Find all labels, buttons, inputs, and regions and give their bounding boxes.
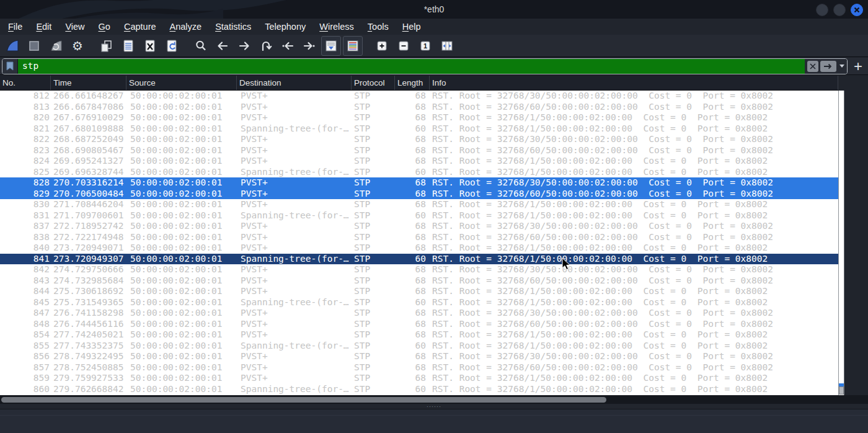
- menu-item-view[interactable]: View: [58, 19, 91, 35]
- column-header-destination[interactable]: Destination: [237, 76, 352, 90]
- column-header-time[interactable]: Time: [51, 76, 126, 90]
- table-row[interactable]: 855277.74335237550:00:00:02:00:01Spannin…: [0, 341, 838, 352]
- menu-item-go[interactable]: Go: [92, 19, 117, 35]
- table-row[interactable]: 847276.74115829850:00:00:02:00:01PVST+ST…: [0, 308, 838, 319]
- table-row[interactable]: 824269.69524132750:00:00:02:00:01PVST+ST…: [0, 156, 838, 167]
- zoom-100-button[interactable]: 1: [415, 36, 435, 56]
- horizontal-scrollbar[interactable]: [0, 395, 868, 404]
- auto-scroll-button[interactable]: [321, 36, 341, 56]
- save-file-button[interactable]: [118, 36, 138, 56]
- table-row[interactable]: 813266.66784708650:00:00:02:00:01PVST+ST…: [0, 102, 838, 113]
- table-row[interactable]: 848276.74445611650:00:00:02:00:01PVST+ST…: [0, 319, 838, 330]
- reload-file-button[interactable]: [162, 36, 182, 56]
- maximize-button[interactable]: [833, 4, 846, 16]
- resize-columns-button[interactable]: [437, 36, 457, 56]
- menu-item-wireless[interactable]: Wireless: [312, 19, 361, 35]
- clear-filter-icon: [810, 63, 816, 69]
- table-row[interactable]: 845275.73154936550:00:00:02:00:01Spannin…: [0, 297, 838, 308]
- table-row[interactable]: 842274.72975066650:00:00:02:00:01PVST+ST…: [0, 264, 838, 275]
- menu-item-edit[interactable]: Edit: [29, 19, 58, 35]
- capture-options-icon: ⚙: [72, 38, 83, 53]
- column-header-info[interactable]: Info: [430, 76, 838, 90]
- cell-time: 274.732985684: [51, 275, 126, 287]
- stop-capture-button[interactable]: [24, 36, 44, 56]
- table-row[interactable]: 828270.70331621450:00:00:02:00:01PVST+ST…: [0, 177, 838, 189]
- filter-bookmark-button[interactable]: [2, 59, 18, 74]
- vertical-scrollbar-thumb[interactable]: [839, 386, 844, 395]
- cell-info: RST. Root = 32768/60/50:00:00:02:00:00 C…: [430, 319, 838, 330]
- cell-time: 272.718952742: [51, 221, 126, 232]
- close-file-button[interactable]: [140, 36, 160, 56]
- restart-capture-button[interactable]: [46, 36, 66, 56]
- dropdown-caret-icon[interactable]: [839, 65, 844, 68]
- clear-filter-button[interactable]: [807, 61, 818, 72]
- table-row[interactable]: 812266.66164826750:00:00:02:00:01PVST+ST…: [0, 91, 838, 102]
- go-back-button[interactable]: [213, 36, 232, 56]
- cell-time: 266.661648267: [51, 91, 126, 102]
- go-forward-button[interactable]: [234, 36, 254, 56]
- menu-item-analyze[interactable]: Analyze: [163, 19, 209, 35]
- table-row[interactable]: 820267.67691002950:00:00:02:00:01PVST+ST…: [0, 112, 838, 123]
- table-row[interactable]: 830271.70844620450:00:00:02:00:01PVST+ST…: [0, 199, 838, 210]
- go-last-button[interactable]: [299, 36, 319, 56]
- column-header-length[interactable]: Length: [395, 76, 430, 90]
- cell-info: RST. Root = 32768/1/50:00:00:02:00:00 Co…: [430, 112, 838, 123]
- minimize-button[interactable]: [816, 4, 828, 16]
- packet-rows: 812266.66164826750:00:00:02:00:01PVST+ST…: [0, 91, 838, 395]
- column-header-protocol[interactable]: Protocol: [352, 76, 395, 90]
- menu-item-telephony[interactable]: Telephony: [258, 19, 312, 35]
- horizontal-scrollbar-thumb[interactable]: [1, 397, 606, 403]
- open-file-button[interactable]: [97, 36, 117, 56]
- cell-protocol: STP: [352, 329, 395, 341]
- capture-options-button[interactable]: ⚙: [68, 36, 87, 56]
- column-header-source[interactable]: Source: [126, 76, 237, 90]
- close-button[interactable]: [851, 4, 863, 16]
- table-row[interactable]: 856278.74932249550:00:00:02:00:01PVST+ST…: [0, 351, 838, 362]
- table-row[interactable]: 859279.75992753350:00:00:02:00:01PVST+ST…: [0, 373, 838, 384]
- table-row[interactable]: 838272.72217494850:00:00:02:00:01PVST+ST…: [0, 232, 838, 243]
- cell-length: 60: [395, 384, 430, 395]
- cell-length: 60: [395, 297, 430, 308]
- menu-item-capture[interactable]: Capture: [117, 19, 163, 35]
- pane-splitter[interactable]: ······: [0, 404, 868, 409]
- menu-item-file[interactable]: File: [1, 19, 29, 35]
- table-row[interactable]: 822268.68725204950:00:00:02:00:01PVST+ST…: [0, 134, 838, 145]
- table-row[interactable]: 831271.70970060150:00:00:02:00:01Spannin…: [0, 210, 838, 221]
- table-row[interactable]: 843274.73298568450:00:00:02:00:01PVST+ST…: [0, 275, 838, 287]
- table-row[interactable]: 840273.72094907150:00:00:02:00:01PVST+ST…: [0, 243, 838, 254]
- cell-length: 68: [395, 243, 430, 254]
- table-row[interactable]: 841273.72094930750:00:00:02:00:01Spannin…: [0, 254, 838, 265]
- start-capture-button[interactable]: [2, 36, 22, 56]
- apply-filter-button[interactable]: [820, 61, 836, 72]
- vertical-scrollbar[interactable]: [838, 91, 844, 395]
- table-row[interactable]: 857278.75245088550:00:00:02:00:01PVST+ST…: [0, 362, 838, 373]
- menu-item-statistics[interactable]: Statistics: [208, 19, 258, 35]
- table-row[interactable]: 821267.68010988850:00:00:02:00:01Spannin…: [0, 123, 838, 135]
- table-row[interactable]: 837272.71895274250:00:00:02:00:01PVST+ST…: [0, 221, 838, 232]
- zoom-out-button[interactable]: [394, 36, 414, 56]
- display-filter-field[interactable]: stp: [2, 58, 848, 74]
- table-row[interactable]: 844275.73061869250:00:00:02:00:01PVST+ST…: [0, 286, 838, 297]
- zoom-in-button[interactable]: [372, 36, 392, 56]
- go-first-button[interactable]: [278, 36, 298, 56]
- table-row[interactable]: 823268.69080546750:00:00:02:00:01PVST+ST…: [0, 145, 838, 156]
- cell-source: 50:00:00:02:00:01: [126, 167, 237, 178]
- filter-input[interactable]: stp: [18, 59, 805, 74]
- colorize-button[interactable]: [343, 36, 363, 56]
- cell-protocol: STP: [352, 351, 395, 362]
- table-row[interactable]: 825269.69632874450:00:00:02:00:01Spannin…: [0, 167, 838, 178]
- menu-item-help[interactable]: Help: [396, 19, 428, 35]
- go-to-packet-button[interactable]: [256, 36, 276, 56]
- find-packet-button[interactable]: [191, 36, 211, 56]
- add-filter-button[interactable]: +: [854, 59, 862, 74]
- column-header-no[interactable]: No.: [0, 76, 51, 90]
- cell-time: 276.744456116: [51, 319, 126, 330]
- menu-item-tools[interactable]: Tools: [361, 19, 396, 35]
- table-row[interactable]: 854277.74240502150:00:00:02:00:01PVST+ST…: [0, 329, 838, 341]
- table-row[interactable]: 829270.70650048450:00:00:02:00:01PVST+ST…: [0, 189, 838, 200]
- cell-length: 68: [395, 308, 430, 319]
- cell-protocol: STP: [352, 275, 395, 287]
- cell-info: RST. Root = 32768/1/50:00:00:02:00:00 Co…: [430, 243, 838, 254]
- table-row[interactable]: 860279.76266884250:00:00:02:00:01Spannin…: [0, 384, 838, 395]
- title-bar[interactable]: *eth0: [0, 0, 868, 19]
